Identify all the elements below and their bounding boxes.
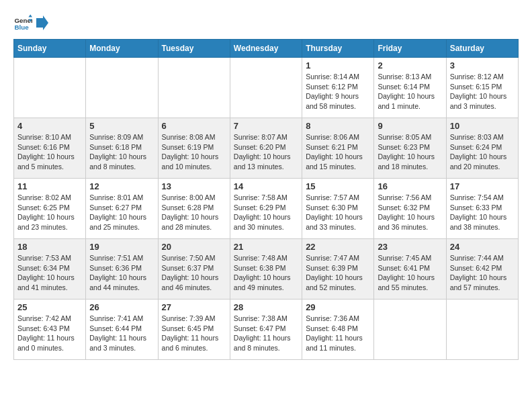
date-number: 8	[306, 121, 370, 131]
calendar-cell: 15Sunrise: 7:57 AM Sunset: 6:30 PM Dayli…	[302, 179, 374, 239]
calendar-table: SundayMondayTuesdayWednesdayThursdayFrid…	[13, 39, 519, 360]
date-number: 28	[234, 302, 298, 312]
day-header-sunday: Sunday	[14, 40, 86, 58]
cell-details: Sunrise: 8:06 AM Sunset: 6:21 PM Dayligh…	[306, 132, 370, 172]
calendar-cell: 7Sunrise: 8:07 AM Sunset: 6:20 PM Daylig…	[230, 118, 302, 179]
calendar-week-row: 25Sunrise: 7:42 AM Sunset: 6:43 PM Dayli…	[14, 300, 519, 360]
calendar-cell	[446, 300, 518, 360]
cell-details: Sunrise: 8:13 AM Sunset: 6:14 PM Dayligh…	[378, 72, 442, 111]
date-number: 12	[89, 181, 154, 191]
svg-marker-2	[28, 14, 32, 17]
logo: General Blue	[13, 13, 49, 32]
date-number: 13	[162, 181, 226, 191]
date-number: 19	[89, 242, 154, 252]
date-number: 26	[89, 302, 154, 312]
calendar-cell: 28Sunrise: 7:38 AM Sunset: 6:47 PM Dayli…	[230, 300, 302, 360]
cell-details: Sunrise: 8:12 AM Sunset: 6:15 PM Dayligh…	[450, 72, 515, 111]
day-header-monday: Monday	[86, 40, 158, 58]
header: General Blue	[13, 13, 519, 32]
cell-details: Sunrise: 7:54 AM Sunset: 6:33 PM Dayligh…	[450, 193, 515, 232]
calendar-week-row: 11Sunrise: 8:02 AM Sunset: 6:25 PM Dayli…	[14, 179, 519, 239]
date-number: 5	[89, 121, 154, 131]
cell-details: Sunrise: 8:10 AM Sunset: 6:16 PM Dayligh…	[17, 132, 82, 172]
cell-details: Sunrise: 8:05 AM Sunset: 6:23 PM Dayligh…	[378, 132, 442, 172]
calendar-cell	[158, 58, 230, 118]
cell-details: Sunrise: 7:58 AM Sunset: 6:29 PM Dayligh…	[234, 193, 298, 232]
calendar-cell: 8Sunrise: 8:06 AM Sunset: 6:21 PM Daylig…	[302, 118, 374, 179]
calendar-cell: 22Sunrise: 7:47 AM Sunset: 6:39 PM Dayli…	[302, 239, 374, 300]
cell-details: Sunrise: 8:03 AM Sunset: 6:24 PM Dayligh…	[450, 132, 515, 172]
calendar-cell	[230, 58, 302, 118]
calendar-cell: 29Sunrise: 7:36 AM Sunset: 6:48 PM Dayli…	[302, 300, 374, 360]
cell-details: Sunrise: 7:48 AM Sunset: 6:38 PM Dayligh…	[234, 253, 298, 293]
calendar-cell: 24Sunrise: 7:44 AM Sunset: 6:42 PM Dayli…	[446, 239, 518, 300]
cell-details: Sunrise: 7:53 AM Sunset: 6:34 PM Dayligh…	[17, 253, 82, 293]
cell-details: Sunrise: 8:14 AM Sunset: 6:12 PM Dayligh…	[306, 72, 370, 111]
calendar-cell: 2Sunrise: 8:13 AM Sunset: 6:14 PM Daylig…	[374, 58, 446, 118]
calendar-cell: 27Sunrise: 7:39 AM Sunset: 6:45 PM Dayli…	[158, 300, 230, 360]
cell-details: Sunrise: 7:36 AM Sunset: 6:48 PM Dayligh…	[306, 314, 370, 353]
date-number: 16	[378, 181, 442, 191]
date-number: 18	[17, 242, 82, 252]
calendar-cell: 20Sunrise: 7:50 AM Sunset: 6:37 PM Dayli…	[158, 239, 230, 300]
calendar-cell	[374, 300, 446, 360]
date-number: 22	[306, 242, 370, 252]
date-number: 1	[306, 60, 370, 71]
calendar-week-row: 4Sunrise: 8:10 AM Sunset: 6:16 PM Daylig…	[14, 118, 519, 179]
date-number: 23	[378, 242, 442, 252]
date-number: 21	[234, 242, 298, 252]
date-number: 11	[17, 181, 82, 191]
calendar-cell: 3Sunrise: 8:12 AM Sunset: 6:15 PM Daylig…	[446, 58, 518, 118]
cell-details: Sunrise: 7:51 AM Sunset: 6:36 PM Dayligh…	[89, 253, 154, 293]
calendar-cell: 16Sunrise: 7:56 AM Sunset: 6:32 PM Dayli…	[374, 179, 446, 239]
date-number: 14	[234, 181, 298, 191]
date-number: 6	[162, 121, 226, 131]
calendar-cell: 10Sunrise: 8:03 AM Sunset: 6:24 PM Dayli…	[446, 118, 518, 179]
cell-details: Sunrise: 7:39 AM Sunset: 6:45 PM Dayligh…	[162, 314, 226, 353]
date-number: 15	[306, 181, 370, 191]
date-number: 10	[450, 121, 515, 131]
date-number: 24	[450, 242, 515, 252]
svg-text:Blue: Blue	[14, 24, 29, 31]
cell-details: Sunrise: 8:09 AM Sunset: 6:18 PM Dayligh…	[89, 132, 154, 172]
cell-details: Sunrise: 8:01 AM Sunset: 6:27 PM Dayligh…	[89, 193, 154, 232]
cell-details: Sunrise: 7:38 AM Sunset: 6:47 PM Dayligh…	[234, 314, 298, 353]
logo-icon: General Blue	[13, 13, 32, 32]
date-number: 20	[162, 242, 226, 252]
cell-details: Sunrise: 8:08 AM Sunset: 6:19 PM Dayligh…	[162, 132, 226, 172]
date-number: 25	[17, 302, 82, 312]
day-header-thursday: Thursday	[302, 40, 374, 58]
date-number: 2	[378, 60, 442, 71]
cell-details: Sunrise: 7:41 AM Sunset: 6:44 PM Dayligh…	[89, 314, 154, 353]
calendar-cell: 17Sunrise: 7:54 AM Sunset: 6:33 PM Dayli…	[446, 179, 518, 239]
cell-details: Sunrise: 7:44 AM Sunset: 6:42 PM Dayligh…	[450, 253, 515, 293]
date-number: 27	[162, 302, 226, 312]
date-number: 9	[378, 121, 442, 131]
calendar-cell: 4Sunrise: 8:10 AM Sunset: 6:16 PM Daylig…	[14, 118, 86, 179]
date-number: 4	[17, 121, 82, 131]
day-header-wednesday: Wednesday	[230, 40, 302, 58]
calendar-cell	[14, 58, 86, 118]
calendar-week-row: 1Sunrise: 8:14 AM Sunset: 6:12 PM Daylig…	[14, 58, 519, 118]
date-number: 29	[306, 302, 370, 312]
svg-marker-4	[36, 15, 48, 30]
cell-details: Sunrise: 7:57 AM Sunset: 6:30 PM Dayligh…	[306, 193, 370, 232]
calendar-cell: 25Sunrise: 7:42 AM Sunset: 6:43 PM Dayli…	[14, 300, 86, 360]
calendar-cell: 13Sunrise: 8:00 AM Sunset: 6:28 PM Dayli…	[158, 179, 230, 239]
calendar-cell: 11Sunrise: 8:02 AM Sunset: 6:25 PM Dayli…	[14, 179, 86, 239]
calendar-cell: 6Sunrise: 8:08 AM Sunset: 6:19 PM Daylig…	[158, 118, 230, 179]
cell-details: Sunrise: 8:07 AM Sunset: 6:20 PM Dayligh…	[234, 132, 298, 172]
calendar-cell: 18Sunrise: 7:53 AM Sunset: 6:34 PM Dayli…	[14, 239, 86, 300]
day-header-tuesday: Tuesday	[158, 40, 230, 58]
calendar-cell: 19Sunrise: 7:51 AM Sunset: 6:36 PM Dayli…	[86, 239, 158, 300]
calendar-cell	[86, 58, 158, 118]
cell-details: Sunrise: 7:42 AM Sunset: 6:43 PM Dayligh…	[17, 314, 82, 353]
calendar-cell: 1Sunrise: 8:14 AM Sunset: 6:12 PM Daylig…	[302, 58, 374, 118]
calendar-cell: 23Sunrise: 7:45 AM Sunset: 6:41 PM Dayli…	[374, 239, 446, 300]
cell-details: Sunrise: 8:00 AM Sunset: 6:28 PM Dayligh…	[162, 193, 226, 232]
calendar-cell: 21Sunrise: 7:48 AM Sunset: 6:38 PM Dayli…	[230, 239, 302, 300]
date-number: 3	[450, 60, 515, 71]
calendar-cell: 12Sunrise: 8:01 AM Sunset: 6:27 PM Dayli…	[86, 179, 158, 239]
logo-arrow-icon	[36, 15, 48, 30]
cell-details: Sunrise: 7:47 AM Sunset: 6:39 PM Dayligh…	[306, 253, 370, 293]
